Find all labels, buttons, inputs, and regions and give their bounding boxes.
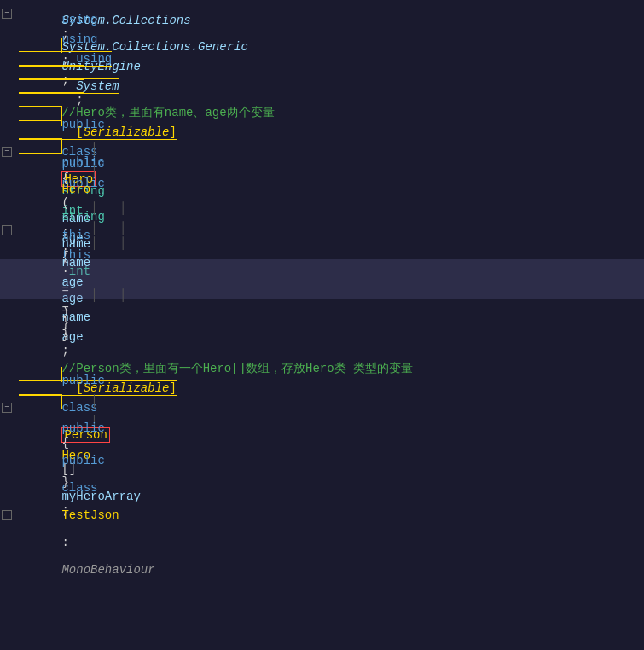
collapse-icon-9[interactable]: − bbox=[2, 147, 12, 157]
code-editor: − using System.Collections ; using Syste… bbox=[0, 0, 644, 650]
collapse-icon-13[interactable]: − bbox=[2, 225, 12, 235]
public-kw-6: public bbox=[61, 421, 104, 435]
gutter-collapse-9[interactable]: − bbox=[0, 147, 15, 157]
line-4: using System ; bbox=[0, 62, 644, 82]
class-kw-3: class bbox=[61, 481, 97, 495]
public-kw-7: public bbox=[61, 454, 104, 467]
collapse-icon-30[interactable]: − bbox=[2, 510, 12, 520]
collapse-icon-23[interactable]: − bbox=[2, 403, 12, 413]
gutter-collapse-13[interactable]: − bbox=[0, 225, 15, 235]
gutter-collapse-23[interactable]: − bbox=[0, 403, 15, 413]
gutter-collapse-30[interactable]: − bbox=[0, 510, 15, 520]
using-keyword-4: using bbox=[76, 52, 112, 66]
gutter-collapse-1[interactable]: − bbox=[0, 9, 15, 19]
line-18: } bbox=[0, 318, 644, 338]
code-line-30: public class TestJson : MonoBehaviour bbox=[15, 440, 644, 590]
collapse-icon-1[interactable]: − bbox=[2, 9, 12, 19]
line-30: − public class TestJson : MonoBehaviour bbox=[0, 505, 644, 525]
class-name-testjson: TestJson bbox=[61, 508, 119, 522]
this-kw-2: this bbox=[61, 248, 90, 262]
public-kw-4: public bbox=[61, 155, 104, 169]
monobehaviour: MonoBehaviour bbox=[61, 563, 154, 577]
